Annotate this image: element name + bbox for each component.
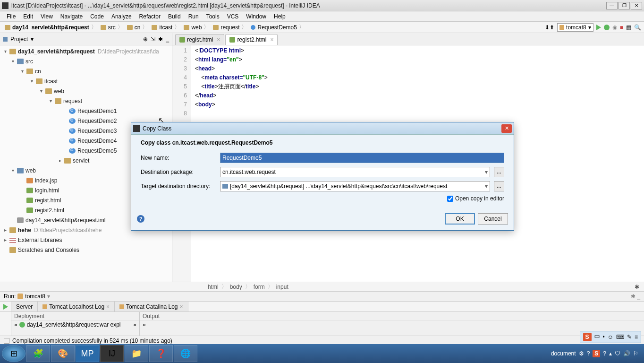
project-tool-header[interactable]: Project ▾ ⊕ ⇲ ✱ ⎯ [0,33,172,45]
menu-tools[interactable]: Tools [203,12,223,21]
ime-keyboard-icon[interactable]: ⌨ [616,334,624,340]
ime-emoji-icon[interactable]: ☺ [608,334,613,340]
menu-view[interactable]: View [37,12,57,21]
menu-edit[interactable]: Edit [19,12,37,21]
tab-close-icon[interactable]: × [270,36,273,43]
run-config-selector[interactable]: tomcat8 ▾ [557,23,593,32]
ime-punct-icon[interactable]: • [603,334,605,340]
open-in-editor-checkbox[interactable]: Open copy in editor [447,195,504,202]
tree-itcast[interactable]: ▾itcast [0,76,172,86]
task-chrome[interactable]: 🌐 [174,345,197,362]
task-app-3[interactable]: MP [76,345,99,362]
menu-file[interactable]: File [3,12,19,21]
status-icon[interactable] [4,338,9,344]
tree-class-1[interactable]: RequestDemo1 [0,106,172,116]
tree-extlib[interactable]: ▸External Libraries [0,235,172,245]
task-intellij[interactable]: IJ [100,345,124,362]
tab-catalina-log[interactable]: Tomcat Catalina Log× [115,302,188,311]
menu-analyze[interactable]: Analyze [108,12,136,21]
crumb-request[interactable]: request〉 [211,23,249,31]
start-button[interactable]: ⊞ [2,345,25,362]
debug-button[interactable] [604,25,610,30]
run-config-name[interactable]: tomcat8 [25,293,45,300]
crumb-body[interactable]: body [230,284,242,290]
run-button[interactable] [596,25,601,30]
coverage-button[interactable]: ◉ [612,24,617,31]
minimize-button[interactable]: — [606,2,618,9]
ime-menu-icon[interactable]: ≡ [635,334,638,340]
maximize-button[interactable]: ❐ [619,2,630,9]
hide-icon[interactable]: ⎯ [166,36,169,43]
tab-regist[interactable]: regist.html× [175,34,224,45]
dest-browse-button[interactable]: ... [494,167,504,177]
task-app-2[interactable]: 🎨 [51,345,75,362]
tree-module[interactable]: ▾day14_servlet&http&requestD:\IdeaProjec… [0,46,172,56]
tray-gear-icon[interactable]: ⚙ [579,350,584,357]
tab-server[interactable]: Server [11,302,38,311]
task-explorer[interactable]: 📁 [125,345,148,362]
tray-up-icon[interactable]: ▴ [609,350,612,357]
tray-safe-icon[interactable]: 🛡 [615,350,620,357]
deployment-row[interactable]: » day14_servlet&http&request:war expl » [11,320,139,329]
tree-src[interactable]: ▾src [0,56,172,66]
task-help[interactable]: ❓ [149,345,173,362]
rerun-button[interactable] [3,304,8,310]
system-tray[interactable]: document ⚙ ? S ? ▴ 🛡 🔊 ⚐ [551,350,642,357]
build-icon[interactable]: ⬇⬆ [545,24,554,31]
crumb-input[interactable]: input [276,284,288,290]
crumb-cn[interactable]: cn〉 [125,23,150,31]
dropdown-icon[interactable]: ▾ [31,36,34,43]
collapse-icon[interactable]: ⇲ [151,36,155,43]
tree-cn[interactable]: ▾cn [0,66,172,76]
menu-window[interactable]: Window [242,12,270,21]
menu-navigate[interactable]: Navigate [57,12,86,21]
menu-help[interactable]: Help [270,12,289,21]
tray-question-icon[interactable]: ? [603,350,606,357]
project-structure-icon[interactable]: ▦ [626,24,631,31]
dialog-titlebar[interactable]: Copy Class ✕ [131,122,514,135]
tab-close-icon[interactable]: × [217,36,220,43]
menu-refactor[interactable]: Refactor [136,12,164,21]
target-dir-input[interactable]: [day14_servlet&http&request] ...\day14_s… [220,181,490,191]
new-name-input[interactable] [220,153,504,163]
menu-run[interactable]: Run [185,12,203,21]
close-button[interactable]: ✕ [631,2,642,9]
run-toolbar[interactable] [0,312,11,336]
crumb-web[interactable]: web〉 [182,23,211,31]
menu-code[interactable]: Code [86,12,108,21]
tree-request[interactable]: ▾request [0,96,172,106]
menu-vcs[interactable]: VCS [223,12,243,21]
ok-button[interactable]: OK [445,213,475,225]
task-app-1[interactable]: 🧩 [26,345,50,362]
target-browse-button[interactable]: ... [494,181,504,191]
sogou-icon[interactable]: S [583,333,592,341]
crumb-itcast[interactable]: itcast〉 [150,23,182,31]
dest-package-input[interactable]: cn.itcast.web.request▾ [220,167,490,177]
run-settings-icon[interactable]: ✱ ⎯ [631,293,640,300]
editor-settings-icon[interactable]: ✱ [635,284,639,290]
tree-scratches[interactable]: Scratches and Consoles [0,245,172,255]
crumb-module[interactable]: day14_servlet&http&request〉 [3,23,99,31]
tab-regist2[interactable]: regist2.html× [225,34,278,45]
crumb-html[interactable]: html [208,284,219,290]
help-button[interactable]: ? [137,215,144,223]
tray-volume-icon[interactable]: 🔊 [623,350,630,357]
crumb-form[interactable]: form [254,284,265,290]
ime-settings-icon[interactable]: ✎ [627,334,632,340]
ime-toolbar[interactable]: S 中 • ☺ ⌨ ✎ ≡ [580,331,641,343]
tab-localhost-log[interactable]: Tomcat Localhost Log× [38,302,115,311]
tray-help-icon[interactable]: ? [587,350,590,357]
dialog-close-button[interactable]: ✕ [501,124,512,133]
tray-flag-icon[interactable]: ⚐ [633,350,638,357]
crumb-class[interactable]: RequestDemo5〉 [249,23,306,31]
crumb-src[interactable]: src〉 [99,23,125,31]
settings-icon[interactable]: ✱ [158,36,163,43]
cancel-button[interactable]: Cancel [478,213,508,225]
search-icon[interactable]: 🔍 [634,24,641,31]
ime-cn-icon[interactable]: 中 [594,333,600,341]
tree-web[interactable]: ▾web [0,86,172,96]
scroll-from-source-icon[interactable]: ⊕ [143,36,148,43]
stop-button[interactable]: ■ [620,24,623,31]
dropdown-icon[interactable]: ▾ [47,293,50,300]
menu-build[interactable]: Build [164,12,185,21]
